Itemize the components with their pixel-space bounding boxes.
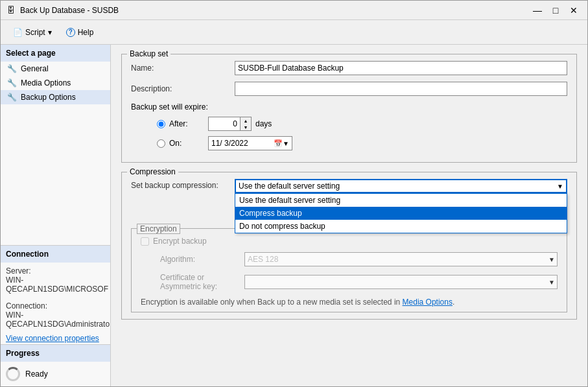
- sidebar-item-label-general: General: [21, 64, 49, 73]
- title-bar: 🗄 Back Up Database - SUSDB — □ ✕: [1, 1, 587, 20]
- description-row: Description:: [131, 82, 567, 96]
- description-input-wrap: [235, 82, 567, 96]
- after-label: After:: [169, 119, 208, 128]
- days-label: days: [255, 119, 272, 128]
- sidebar-item-label-backup: Backup Options: [21, 93, 76, 102]
- compression-row: Set backup compression: Use the default …: [131, 179, 567, 193]
- server-info: Server: WIN-QECAPLN1SDG\MICROSOF: [1, 263, 110, 298]
- script-dropdown-arrow: ▾: [48, 28, 52, 37]
- backup-set-group: Backup set Name: Description:: [121, 54, 577, 163]
- compression-option-compress-label: Compress backup: [239, 209, 302, 218]
- maximize-button[interactable]: □: [547, 3, 564, 18]
- compression-dropdown-arrow: ▼: [557, 183, 563, 190]
- wrench-icon-general: 🔧: [7, 64, 17, 73]
- compression-option-nocompress-label: Do not compress backup: [239, 222, 325, 231]
- after-radio-row: After: ▲ ▼ days: [157, 117, 567, 131]
- server-label: Server:: [6, 266, 31, 276]
- connection-header: Connection: [1, 246, 110, 263]
- title-bar-controls: — □ ✕: [529, 3, 582, 18]
- description-label: Description:: [131, 84, 235, 93]
- expire-row: Backup set will expire:: [131, 102, 567, 111]
- algorithm-row: Algorithm: AES 128 ▼: [141, 252, 558, 266]
- compression-option-nocompress[interactable]: Do not compress backup: [235, 220, 567, 233]
- select-page-header: Select a page: [1, 45, 110, 62]
- help-button[interactable]: ? Help: [60, 25, 100, 40]
- info-text-wrap: Encryption is available only when Back u…: [141, 298, 558, 307]
- wrench-icon-media: 🔧: [7, 78, 17, 88]
- main-window: 🗄 Back Up Database - SUSDB — □ ✕ 📄 Scrip…: [0, 0, 588, 387]
- on-label: On:: [169, 139, 208, 148]
- connection-value: WIN-QECAPLN1SDG\Administrato: [6, 311, 110, 329]
- close-button[interactable]: ✕: [565, 3, 582, 18]
- connection-info: Connection: WIN-QECAPLN1SDG\Administrato: [1, 298, 110, 333]
- sidebar-item-label-media: Media Options: [21, 78, 71, 88]
- spinbox-down-button[interactable]: ▼: [241, 124, 251, 130]
- calendar-icon[interactable]: 📅▼: [274, 139, 289, 148]
- connection-label2: Connection:: [6, 301, 47, 311]
- progress-spinner: [6, 367, 20, 381]
- cert-label: Certificate or Asymmetric key:: [141, 273, 244, 291]
- help-label: Help: [78, 28, 94, 37]
- on-radio[interactable]: [157, 139, 165, 148]
- encryption-label: Encryption: [140, 224, 177, 233]
- media-options-link[interactable]: Media Options: [403, 298, 453, 307]
- name-input[interactable]: [235, 61, 567, 75]
- compression-title: Compression: [127, 167, 178, 176]
- main-content: Select a page 🔧 General 🔧 Media Options …: [1, 45, 587, 386]
- window-title: Back Up Database - SUSDB: [20, 6, 529, 15]
- after-radio[interactable]: [157, 120, 165, 128]
- server-value: WIN-QECAPLN1SDG\MICROSOF: [6, 276, 108, 294]
- date-value: 11/ 3/2022: [211, 139, 274, 148]
- sidebar: Select a page 🔧 General 🔧 Media Options …: [1, 45, 111, 386]
- compression-dropdown-trigger[interactable]: Use the default server setting ▼: [235, 179, 567, 193]
- window-icon: 🗄: [6, 5, 16, 16]
- after-spinbox: ▲ ▼: [208, 117, 252, 131]
- script-label: Script: [25, 28, 45, 37]
- cert-select[interactable]: [244, 275, 558, 289]
- progress-section: Progress Ready: [1, 344, 110, 386]
- encrypt-backup-row: Encrypt backup: [141, 237, 558, 246]
- description-input[interactable]: [235, 82, 567, 96]
- encrypt-backup-checkbox[interactable]: [141, 237, 149, 246]
- compression-option-default-label: Use the default server setting: [239, 196, 340, 205]
- algorithm-select-wrap: AES 128 ▼: [244, 252, 558, 266]
- info-text-end: .: [453, 298, 454, 307]
- info-text-start: Encryption is available only when Back u…: [141, 298, 403, 307]
- on-radio-row: On: 11/ 3/2022 📅▼: [157, 136, 567, 150]
- set-compression-label: Set backup compression:: [131, 179, 235, 190]
- wrench-icon-backup: 🔧: [7, 93, 17, 102]
- cert-row: Certificate or Asymmetric key: ▼: [141, 273, 558, 291]
- cert-select-wrap: ▼: [244, 275, 558, 289]
- progress-header: Progress: [1, 345, 110, 362]
- sidebar-item-backup-options[interactable]: 🔧 Backup Options: [1, 90, 110, 104]
- compression-group: Compression Set backup compression: Use …: [121, 172, 577, 320]
- after-value-input[interactable]: [208, 117, 241, 131]
- minimize-button[interactable]: —: [529, 3, 546, 18]
- progress-status: Ready: [25, 369, 48, 379]
- spinbox-buttons: ▲ ▼: [241, 117, 252, 131]
- compression-selected-value: Use the default server setting: [239, 182, 557, 191]
- sidebar-item-media-options[interactable]: 🔧 Media Options: [1, 76, 110, 90]
- name-row: Name:: [131, 61, 567, 75]
- script-button[interactable]: 📄 Script ▾: [7, 25, 58, 40]
- encryption-section: Encryption Encrypt backup Algorithm: AES…: [131, 228, 567, 312]
- algorithm-label: Algorithm:: [141, 255, 244, 264]
- name-label: Name:: [131, 64, 235, 73]
- date-field: 11/ 3/2022 📅▼: [208, 136, 292, 150]
- compression-dropdown: Use the default server setting Compress …: [235, 193, 567, 233]
- spinbox-up-button[interactable]: ▲: [241, 117, 251, 124]
- name-input-wrap: [235, 61, 567, 75]
- compression-select-container: Use the default server setting ▼ Use the…: [235, 179, 567, 193]
- connection-section: Connection Server: WIN-QECAPLN1SDG\MICRO…: [1, 245, 110, 344]
- progress-content: Ready: [1, 362, 110, 386]
- encrypt-backup-label: Encrypt backup: [153, 237, 207, 246]
- toolbar: 📄 Script ▾ ? Help: [1, 20, 587, 45]
- algorithm-select[interactable]: AES 128: [244, 252, 558, 266]
- backup-set-title: Backup set: [127, 49, 171, 58]
- help-icon: ?: [66, 28, 75, 37]
- compression-option-compress[interactable]: Compress backup: [235, 207, 567, 220]
- expire-label: Backup set will expire:: [131, 102, 208, 111]
- view-connection-link[interactable]: View connection properties: [1, 333, 110, 344]
- compression-option-default[interactable]: Use the default server setting: [235, 194, 567, 207]
- sidebar-item-general[interactable]: 🔧 General: [1, 62, 110, 76]
